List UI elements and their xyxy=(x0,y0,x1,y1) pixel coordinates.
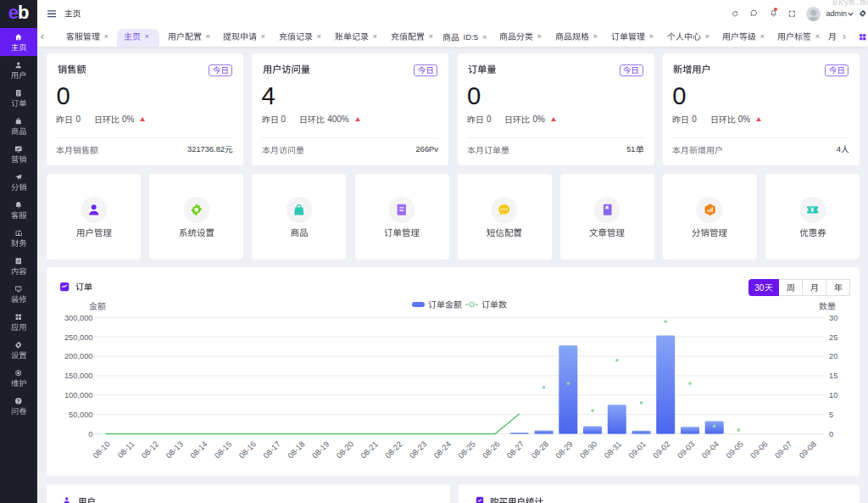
svg-text:08-17: 08-17 xyxy=(261,439,282,461)
svg-text:09-04: 09-04 xyxy=(699,439,721,461)
svg-text:08-30: 08-30 xyxy=(578,439,599,461)
svg-text:09-02: 09-02 xyxy=(651,439,672,461)
svg-text:100,000: 100,000 xyxy=(64,391,93,400)
svg-text:25: 25 xyxy=(829,333,837,342)
svg-text:09-03: 09-03 xyxy=(676,439,697,461)
svg-text:08-14: 08-14 xyxy=(188,439,209,461)
svg-text:08-26: 08-26 xyxy=(481,439,502,461)
svg-text:08-28: 08-28 xyxy=(529,439,550,461)
svg-text:08-11: 08-11 xyxy=(115,439,136,460)
svg-text:150,000: 150,000 xyxy=(64,372,93,380)
svg-text:08-27: 08-27 xyxy=(504,439,526,461)
svg-text:20: 20 xyxy=(829,352,837,360)
svg-text:08-24: 08-24 xyxy=(431,439,453,461)
svg-text:08-12: 08-12 xyxy=(139,439,160,461)
svg-text:08-29: 08-29 xyxy=(554,439,575,461)
svg-text:08-25: 08-25 xyxy=(456,439,477,461)
svg-text:0: 0 xyxy=(88,430,92,439)
svg-text:08-31: 08-31 xyxy=(602,439,623,461)
svg-text:300,000: 300,000 xyxy=(64,314,93,322)
svg-text:08-21: 08-21 xyxy=(359,439,380,461)
svg-text:08-20: 08-20 xyxy=(334,439,355,461)
svg-text:08-10: 08-10 xyxy=(91,439,112,461)
svg-text:09-01: 09-01 xyxy=(626,439,648,461)
svg-text:0: 0 xyxy=(829,430,833,439)
svg-text:50,000: 50,000 xyxy=(69,411,92,419)
svg-text:5: 5 xyxy=(829,411,833,419)
svg-text:09-07: 09-07 xyxy=(773,439,794,461)
svg-text:09-08: 09-08 xyxy=(797,439,818,461)
svg-text:15: 15 xyxy=(829,372,837,380)
svg-text:08-16: 08-16 xyxy=(236,439,258,461)
svg-text:10: 10 xyxy=(829,391,837,400)
svg-text:08-22: 08-22 xyxy=(383,439,404,461)
svg-text:09-06: 09-06 xyxy=(748,439,770,461)
svg-text:08-15: 08-15 xyxy=(213,439,234,461)
svg-text:30: 30 xyxy=(829,314,837,322)
svg-text:250,000: 250,000 xyxy=(64,333,93,342)
svg-text:200,000: 200,000 xyxy=(64,352,93,360)
svg-text:08-23: 08-23 xyxy=(408,439,429,461)
svg-text:08-13: 08-13 xyxy=(164,439,185,461)
svg-text:09-05: 09-05 xyxy=(724,439,745,461)
svg-text:08-18: 08-18 xyxy=(286,439,307,461)
svg-text:08-19: 08-19 xyxy=(310,439,331,461)
